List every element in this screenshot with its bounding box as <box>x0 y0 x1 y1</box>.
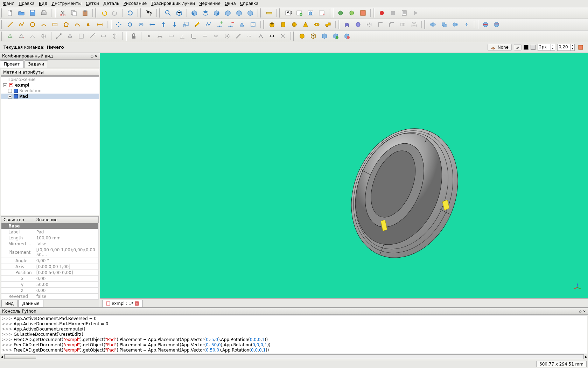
menu-drawing[interactable]: Рисование <box>124 1 147 6</box>
toolbar-handle[interactable] <box>260 8 262 18</box>
section-icon[interactable] <box>481 20 490 29</box>
scroll-right-icon[interactable]: ▸ <box>585 354 587 359</box>
panel-close-icon[interactable]: ✕ <box>95 54 98 58</box>
fillet-icon[interactable] <box>376 20 385 29</box>
prop-angle[interactable]: Angle <box>1 258 34 264</box>
refresh-icon[interactable] <box>125 8 135 18</box>
toolbar-handle[interactable] <box>477 20 478 29</box>
wire2bspline-icon[interactable] <box>203 20 213 29</box>
boolean-icon[interactable] <box>428 20 438 29</box>
prop-reversed[interactable]: Reversed <box>1 294 34 300</box>
menu-meshes[interactable]: Сетки <box>86 1 99 6</box>
mesh-bounding-icon[interactable] <box>76 31 86 41</box>
cut-icon[interactable] <box>58 8 68 18</box>
prop-y[interactable]: y <box>1 282 34 288</box>
mesh-harm-icon[interactable] <box>54 31 64 41</box>
menu-drafting[interactable]: Черчение <box>199 1 220 6</box>
toolbar-handle[interactable] <box>332 8 334 18</box>
expand-icon[interactable]: + <box>8 95 12 98</box>
view-axo-icon[interactable] <box>174 8 184 18</box>
snap-grid-icon[interactable] <box>222 31 232 41</box>
view-right-icon[interactable] <box>212 8 222 18</box>
prop-z[interactable]: z <box>1 288 34 294</box>
linewidth-input[interactable]: 2px▴▾ <box>538 44 555 51</box>
sketch-icon[interactable] <box>248 20 258 29</box>
mesh-from-shape-icon[interactable] <box>28 31 37 41</box>
toolbar-handle[interactable] <box>125 32 127 41</box>
panel-undock-icon[interactable]: ◇ <box>91 54 93 58</box>
mesh-segment-icon[interactable] <box>110 31 120 41</box>
undo-icon[interactable] <box>99 8 109 18</box>
make-shell-icon[interactable] <box>308 31 318 41</box>
panel-undock-icon[interactable]: ◇ <box>579 309 582 313</box>
console-output[interactable]: >>> App.ActiveDocument.Pad.Reversed = 0>… <box>1 315 587 354</box>
document-tab[interactable]: exmpl : 1* × <box>102 300 143 307</box>
rotate-icon[interactable] <box>125 20 135 29</box>
polyline-icon[interactable] <box>16 20 26 29</box>
macro-list-icon[interactable] <box>399 8 409 18</box>
toolbar-handle[interactable] <box>293 32 295 41</box>
cut-bool-icon[interactable] <box>439 20 449 29</box>
prop-label[interactable]: Label <box>1 229 34 235</box>
chamfer-icon[interactable] <box>387 20 397 29</box>
toolbar-handle[interactable] <box>424 20 426 29</box>
prop-x[interactable]: x <box>1 276 34 282</box>
view-bottom-icon[interactable] <box>234 8 244 18</box>
view-rear-icon[interactable] <box>223 8 233 18</box>
toolbar-handle[interactable] <box>140 8 142 18</box>
tree-item-revolution[interactable]: + Revolution <box>1 88 99 94</box>
loft-icon[interactable] <box>409 20 419 29</box>
torus-icon[interactable] <box>312 20 322 29</box>
3d-view[interactable] <box>100 53 588 298</box>
menu-view[interactable]: Вид <box>39 1 47 6</box>
addpoint-icon[interactable]: + <box>215 20 224 29</box>
prop-position[interactable]: Position <box>1 270 34 276</box>
box-icon[interactable] <box>267 20 277 29</box>
toolbar-handle[interactable] <box>373 8 375 18</box>
menu-windows[interactable]: Окна <box>225 1 236 6</box>
raytrace-new-icon[interactable] <box>336 8 345 18</box>
cone-icon[interactable] <box>301 20 310 29</box>
save-icon[interactable] <box>28 8 37 18</box>
snap-ext-icon[interactable] <box>200 31 210 41</box>
toolbar-handle[interactable] <box>1 20 3 29</box>
raytrace-insert-icon[interactable] <box>347 8 357 18</box>
insert-view-icon[interactable] <box>306 8 315 18</box>
delpoint-icon[interactable]: − <box>226 20 236 29</box>
tree-document[interactable]: − exmpl <box>1 82 99 88</box>
snap-mid-icon[interactable] <box>155 31 165 41</box>
intersect-icon[interactable] <box>462 20 471 29</box>
close-doc-icon[interactable]: × <box>135 301 139 306</box>
mesh-import-icon[interactable] <box>5 31 15 41</box>
snap-perp-icon[interactable] <box>189 31 198 41</box>
copy-icon[interactable] <box>69 8 79 18</box>
measure-icon[interactable] <box>264 8 274 18</box>
whatsthis-icon[interactable]: ? <box>144 8 154 18</box>
mesh-flip-icon[interactable] <box>99 31 108 41</box>
col-property[interactable]: Свойство <box>1 217 34 223</box>
extrude-icon[interactable] <box>342 20 352 29</box>
mesh-fill-icon[interactable] <box>65 31 75 41</box>
toolbar-handle[interactable] <box>54 8 56 18</box>
snap-dim-icon[interactable] <box>267 31 277 41</box>
view-front-icon[interactable] <box>189 8 199 18</box>
model-tree[interactable]: Приложение − exmpl + Revolution + Pad <box>1 76 99 215</box>
line-color-swatch[interactable] <box>524 45 528 50</box>
polygon-icon[interactable] <box>61 20 71 29</box>
toolbar-handle[interactable] <box>1 32 3 41</box>
redo-icon[interactable] <box>110 8 120 18</box>
export-page-icon[interactable] <box>317 8 327 18</box>
open-file-icon[interactable] <box>16 8 26 18</box>
shape2d-icon[interactable] <box>237 20 247 29</box>
mesh-curv-icon[interactable] <box>88 31 97 41</box>
mirror-icon[interactable] <box>364 20 374 29</box>
toolbar-handle[interactable] <box>110 20 112 29</box>
tab-data[interactable]: Данные <box>18 300 43 307</box>
page-plus-icon[interactable] <box>294 8 304 18</box>
snap-end-icon[interactable] <box>144 31 154 41</box>
snap-ortho-icon[interactable] <box>256 31 266 41</box>
union-icon[interactable] <box>450 20 460 29</box>
prop-axis[interactable]: Axis <box>1 264 34 270</box>
check-geometry-icon[interactable] <box>342 31 352 41</box>
revolve-icon[interactable] <box>353 20 363 29</box>
